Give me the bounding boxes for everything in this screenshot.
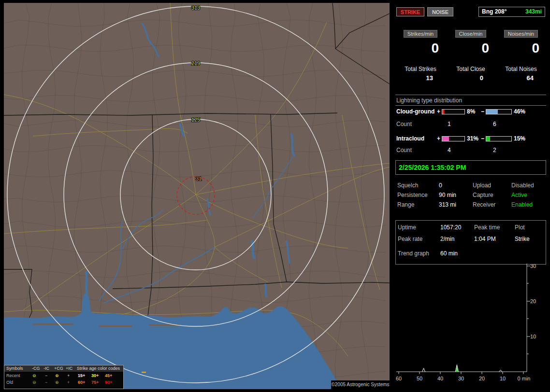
legend-symbols-title: Symbols — [6, 366, 23, 371]
minus-sign: − — [481, 108, 484, 115]
plus-sign: + — [437, 135, 440, 142]
ic-positive-pct: 31% — [467, 135, 478, 142]
cg-negative-pct: 46% — [514, 108, 525, 115]
datetime-display: 2/25/2026 1:35:02 PM — [395, 160, 546, 175]
cloud-ground-count-row: Count 1 6 — [395, 121, 546, 127]
trend-x-tick-60: 60 — [396, 376, 402, 381]
divider — [395, 95, 546, 95]
strike-symbols — [142, 372, 146, 373]
map-canvas: 313 219 125 31 — [4, 3, 390, 389]
age-code-45: 45+ — [105, 373, 112, 378]
trend-graph: 30 20 10 60 50 40 30 20 10 0 min — [395, 261, 546, 389]
noises-per-min-value: 0 — [496, 41, 546, 56]
trend-y-tick-10: 10 — [530, 334, 536, 339]
uptime-value: 1057:20 — [440, 224, 461, 231]
recent-pos-ic-icon: + — [67, 373, 70, 378]
minus-sign: − — [481, 135, 484, 142]
bearing-label: Bng 208° — [482, 8, 507, 15]
plus-sign: + — [437, 108, 440, 115]
upload-label: Upload — [473, 182, 491, 189]
age-code-60: 60+ — [78, 380, 85, 385]
plot-mode-value: Strike — [515, 236, 530, 242]
trend-spikes — [422, 364, 502, 372]
age-code-90: 90+ — [105, 380, 112, 385]
trend-window-value: 60 min — [440, 250, 458, 257]
total-close-label: Total Close — [446, 66, 496, 72]
trend-graph-label: Trend graph — [398, 250, 429, 257]
settings-row-range: Range 313 mi Receiver Enabled — [395, 201, 546, 210]
range-ring-label-313: 313 — [191, 5, 200, 11]
ic-positive-bar — [442, 136, 465, 141]
peak-time-value: 1:04 PM — [474, 236, 496, 242]
legend-col-pos-cg: +CG — [54, 366, 63, 371]
cg-negative-count: 6 — [493, 121, 496, 127]
legend-age-title: Strike age color codes — [77, 366, 120, 371]
trend-x-tick-30: 30 — [458, 376, 464, 381]
ic-positive-count: 4 — [448, 147, 451, 154]
intracloud-label: Intracloud — [396, 135, 424, 142]
trend-y-tick-20: 20 — [530, 298, 536, 304]
trend-x-tick-40: 40 — [437, 376, 443, 381]
status-panel: STRIKE NOISE Bng 208° 343mi Strikes/min … — [395, 4, 546, 389]
bearing-distance: 343mi — [525, 7, 542, 16]
age-code-30: 30+ — [91, 373, 99, 378]
ic-negative-count: 2 — [493, 147, 496, 154]
app-window: 313 219 125 31 Symbols -CG -IC +CG +IC S… — [0, 0, 550, 392]
strike-symbol — [142, 372, 146, 373]
range-value: 313 mi — [439, 201, 456, 208]
legend-col-neg-ic: -IC — [43, 366, 49, 371]
strikes-per-min-value: 0 — [395, 41, 446, 56]
cloud-ground-label: Cloud-ground — [396, 108, 434, 115]
trend-x-tick-0: 0 min — [518, 376, 531, 381]
trend-x-tick-50: 50 — [417, 376, 422, 381]
receiver-status: Enabled — [511, 201, 533, 208]
total-noises-label: Total Noises — [496, 66, 546, 72]
trend-y-tick-30: 30 — [530, 263, 536, 269]
trend-spike — [499, 370, 502, 372]
recent-pos-cg-icon: ⊕ — [55, 373, 59, 378]
bearing-display: Bng 208° 343mi — [478, 7, 545, 17]
uptime-label: Uptime — [398, 224, 416, 231]
age-code-75: 75+ — [91, 380, 99, 385]
peak-rate-value: 2/min — [440, 236, 454, 242]
noise-button[interactable]: NOISE — [427, 7, 453, 16]
range-ring-label-219: 219 — [191, 60, 200, 66]
close-per-min-value: 0 — [446, 41, 496, 56]
plot-label: Plot — [515, 224, 525, 231]
trend-spike — [422, 368, 425, 372]
range-ring-label-31: 31 — [196, 176, 202, 182]
capture-status: Active — [511, 192, 527, 198]
range-ring-label-125: 125 — [191, 117, 200, 123]
legend-col-neg-cg: -CG — [32, 366, 40, 371]
legend-header: Symbols -CG -IC +CG +IC Strike age color… — [4, 365, 123, 372]
peak-time-label: Peak time — [474, 224, 500, 231]
lightning-map[interactable]: 313 219 125 31 Symbols -CG -IC +CG +IC S… — [4, 3, 390, 389]
cg-positive-bar — [442, 109, 465, 114]
old-neg-ic-icon: − — [45, 380, 47, 385]
trend-spike — [455, 364, 458, 372]
total-strikes-label: Total Strikes — [395, 66, 446, 72]
peak-rate-label: Peak rate — [398, 236, 422, 242]
recent-neg-ic-icon: − — [45, 373, 47, 378]
age-code-15: 15+ — [78, 373, 85, 378]
copyright-text: ©2005 Astrogenic Systems — [331, 380, 390, 389]
settings-row-squelch: Squelch 0 Upload Disabled — [395, 182, 546, 191]
close-per-min-badge: Close/min — [455, 30, 487, 38]
cg-negative-bar — [486, 109, 512, 114]
stats-box: Uptime 1057:20 Peak time Plot Peak rate … — [395, 220, 546, 265]
legend-col-pos-ic: +IC — [66, 366, 72, 371]
cg-positive-pct: 8% — [467, 108, 475, 115]
persistence-value: 90 min — [439, 192, 456, 198]
trend-x-tick-20: 20 — [479, 376, 485, 381]
settings-row-persistence: Persistence 90 min Capture Active — [395, 192, 546, 200]
old-pos-cg-icon: ⊕ — [55, 380, 59, 385]
count-label: Count — [396, 147, 412, 154]
ic-negative-pct: 15% — [514, 135, 525, 142]
divider — [395, 105, 546, 106]
old-pos-ic-icon: + — [67, 380, 70, 385]
capture-label: Capture — [473, 192, 493, 198]
total-noises-value: 64 — [496, 74, 546, 82]
strike-button[interactable]: STRIKE — [396, 7, 424, 16]
cg-positive-count: 1 — [448, 121, 451, 127]
count-label: Count — [396, 121, 412, 127]
